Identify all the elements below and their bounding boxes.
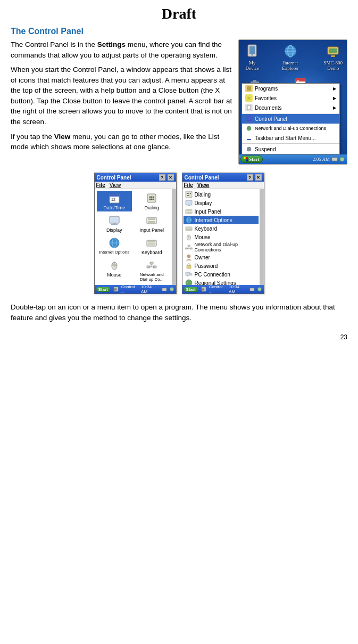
cp-item-datetime[interactable]: 12 Date/Time <box>97 191 132 211</box>
svg-point-76 <box>190 193 191 194</box>
svg-point-43 <box>153 197 154 198</box>
intro-text-column: The Control Panel is in the Settings men… <box>11 39 233 165</box>
cp-taskbar-list: Start ▤ Control ... 10:34 AM <box>182 285 264 294</box>
cp-item-display[interactable]: Display <box>97 214 132 234</box>
header-text: Draft <box>162 5 196 22</box>
list-item-keyboard[interactable]: Keyboard <box>184 224 259 233</box>
svg-rect-50 <box>147 217 156 224</box>
svg-rect-80 <box>188 205 190 206</box>
svg-rect-31 <box>244 157 246 159</box>
menu-network: Network and Dial-up Connections <box>242 124 339 133</box>
start-menu: Programs▶ Favorites▶ Documents▶ <box>242 83 340 154</box>
svg-rect-33 <box>244 160 246 162</box>
svg-point-72 <box>170 288 173 291</box>
svg-rect-10 <box>331 55 335 57</box>
menu-documents: Documents▶ <box>242 103 339 112</box>
svg-rect-1 <box>249 46 255 54</box>
svg-point-74 <box>187 193 188 194</box>
svg-rect-71 <box>162 288 166 291</box>
svg-rect-51 <box>148 218 155 220</box>
svg-rect-118 <box>250 288 254 291</box>
svg-point-26 <box>247 117 251 121</box>
svg-point-36 <box>340 157 344 161</box>
menu-taskbar: Taskbar and Start Menu... <box>242 133 339 143</box>
cp-item-dialing[interactable]: Dialing <box>134 191 170 211</box>
cp-window-list-title: Control Panel <box>185 175 245 181</box>
svg-point-41 <box>149 197 151 198</box>
cp-help-btn-list[interactable]: ? <box>247 174 253 181</box>
cp-item-keyboard[interactable]: Keyboard <box>134 236 170 256</box>
desktop-icon-mydevice: My Device <box>243 43 262 71</box>
cp-start-btn-list[interactable]: Start <box>184 287 198 292</box>
cp-list-content: Dialing Display Input Panel Internet Opt… <box>182 189 264 285</box>
svg-rect-56 <box>147 240 156 246</box>
bottom-text-content: Double-tap on an icon or a menu item to … <box>11 303 335 322</box>
section-title: The Control Panel <box>11 27 347 36</box>
cp-item-internet-options[interactable]: Internet Options <box>97 236 132 256</box>
menu-favorites: Favorites▶ <box>242 93 339 103</box>
list-item-pc-connection[interactable]: PC Connection <box>184 270 259 279</box>
svg-point-2 <box>252 54 253 56</box>
svg-point-42 <box>151 197 153 198</box>
cp-file-menu-icon[interactable]: File <box>96 182 105 188</box>
svg-rect-79 <box>186 200 192 205</box>
list-item-password[interactable]: Password <box>184 262 259 270</box>
svg-rect-73 <box>186 191 192 198</box>
svg-marker-24 <box>247 96 251 100</box>
svg-rect-25 <box>247 105 251 110</box>
bottom-text: Double-tap on an icon or a menu item to … <box>11 302 347 323</box>
cp-icon-grid: 12 Date/Time Dialing Display Input Panel <box>97 191 170 283</box>
svg-rect-89 <box>186 229 192 230</box>
svg-rect-88 <box>186 228 192 229</box>
svg-rect-99 <box>187 265 191 268</box>
list-item-internet-options[interactable]: Internet Options <box>184 216 259 224</box>
cp-start-btn-icon[interactable]: Start <box>96 287 110 292</box>
ie-label: Internet Explorer <box>277 60 305 71</box>
list-item-mouse[interactable]: Mouse <box>184 233 259 241</box>
svg-rect-83 <box>186 212 191 213</box>
cp-item-inputpanel[interactable]: Input Panel <box>134 214 170 234</box>
list-item-network-dialup[interactable]: Network and Dial-up Connections <box>184 241 259 253</box>
svg-rect-38 <box>110 194 119 197</box>
list-item-display[interactable]: Display <box>184 199 259 207</box>
svg-point-78 <box>188 195 189 196</box>
svg-rect-100 <box>186 272 190 275</box>
mydevice-label: My Device <box>243 60 262 71</box>
svg-point-29 <box>247 147 251 151</box>
desktop-screenshot: My Device Internet Explorer SMC-800 Demo <box>238 39 347 165</box>
svg-rect-9 <box>329 48 337 53</box>
svg-text:▤: ▤ <box>114 288 117 291</box>
cp-item-network[interactable]: Network and Dial-up Co... <box>134 258 170 283</box>
cp-file-menu-list[interactable]: File <box>184 182 193 188</box>
desktop-icon-ie: Internet Explorer <box>277 43 305 71</box>
page-number-value: 23 <box>340 333 347 341</box>
taskbar-time: 2:05 AM <box>313 157 330 162</box>
svg-text:W: W <box>297 79 299 82</box>
cp-window-icon: Control Panel ? ✕ File View 12 Date/Time… <box>94 173 177 294</box>
cp-view-menu-list[interactable]: View <box>197 182 210 188</box>
svg-rect-48 <box>113 223 116 224</box>
cp-taskbar-label-list: Control ... <box>209 284 227 294</box>
smc-label: SMC-800 Demo <box>320 60 347 71</box>
menu-suspend: Suspend <box>242 144 339 154</box>
svg-point-77 <box>187 195 188 196</box>
cp-help-btn-icon[interactable]: ? <box>159 174 165 181</box>
cp-view-menu-icon[interactable]: View <box>110 182 121 188</box>
svg-text:▤: ▤ <box>202 288 205 291</box>
list-item-input-panel[interactable]: Input Panel <box>184 207 259 216</box>
svg-rect-62 <box>114 264 116 266</box>
cp-content-icon: 12 Date/Time Dialing Display Input Panel <box>95 189 176 285</box>
cp-item-mouse[interactable]: Mouse <box>97 258 132 283</box>
svg-point-75 <box>188 193 189 194</box>
list-item-dialing[interactable]: Dialing <box>184 190 259 199</box>
start-button[interactable]: Start <box>240 156 263 163</box>
cp-close-btn-icon[interactable]: ✕ <box>168 174 174 181</box>
svg-rect-61 <box>112 264 114 266</box>
paragraph-3: If you tap the View menu, you can go to … <box>11 132 233 152</box>
svg-point-46 <box>153 199 154 200</box>
page-header: Draft <box>11 5 347 22</box>
svg-rect-102 <box>190 273 192 275</box>
list-item-owner[interactable]: Owner <box>184 253 259 262</box>
cp-taskbar-time-icon: 10:34 AM <box>141 284 159 294</box>
cp-close-btn-list[interactable]: ✕ <box>255 174 262 181</box>
